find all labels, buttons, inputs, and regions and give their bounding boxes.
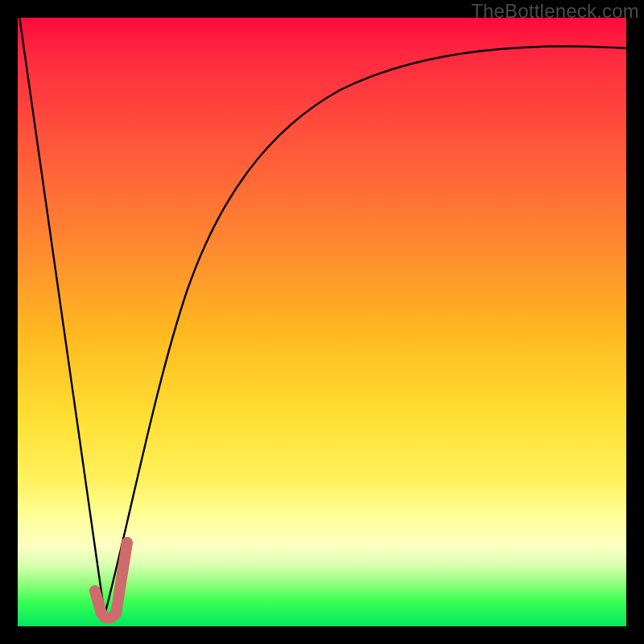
line-left-slope xyxy=(19,16,105,615)
plot-area xyxy=(18,18,626,626)
chart-svg xyxy=(18,18,626,626)
watermark-text: TheBottleneck.com xyxy=(471,0,639,23)
line-right-curve xyxy=(105,47,628,615)
chart-frame: TheBottleneck.com xyxy=(0,0,644,644)
